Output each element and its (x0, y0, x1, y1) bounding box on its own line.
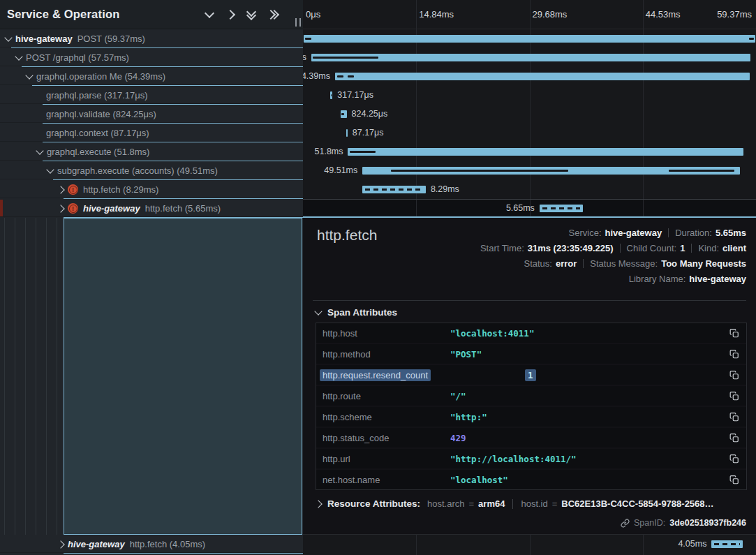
span-bar[interactable] (362, 167, 740, 175)
tree-controls (201, 6, 281, 23)
collapse-one-button[interactable] (201, 6, 218, 23)
span-row[interactable]: graphql.operation Me (54.39ms) (0, 67, 303, 86)
span-row[interactable]: graphql.context (87.17μs) (0, 124, 303, 142)
chevron-right-icon (225, 9, 235, 19)
duration-label: 5.65ms (506, 203, 535, 213)
span-label: graphql.parse (317.17μs) (46, 90, 148, 101)
span-row[interactable]: http.fetch (8.29ms) (0, 180, 303, 199)
attribute-value: 429 (450, 433, 720, 443)
span-row[interactable]: graphql.validate (824.25μs) (0, 105, 303, 124)
span-detail-title: http.fetch (317, 227, 377, 244)
attribute-key: net.host.name (323, 475, 450, 485)
span-row[interactable]: graphql.parse (317.17μs) (0, 86, 303, 105)
meta-value: client (722, 243, 746, 253)
span-bar[interactable] (348, 148, 743, 156)
span-row[interactable]: graphql.execute (51.8ms) (0, 142, 303, 161)
attribute-row[interactable]: http.url"http://localhost:4011/" (316, 449, 746, 468)
span-bar[interactable] (362, 186, 426, 193)
chevron-right-icon[interactable] (57, 186, 64, 193)
span-label: graphql.context (87.17μs) (46, 128, 149, 138)
duration-label: 49.51ms (324, 165, 357, 175)
indent-guide (15, 218, 15, 535)
span-bar[interactable] (304, 35, 756, 43)
timeline-row (303, 29, 756, 48)
timeline-row: 4.05ms (303, 535, 756, 554)
attribute-row[interactable]: http.method"POST" (316, 344, 746, 364)
indent-guide (25, 218, 26, 535)
span-row[interactable]: hive-gatewayPOST (59.37ms) (0, 29, 303, 48)
copy-icon[interactable] (725, 433, 739, 443)
meta-line: Status:errorStatus Message:Too Many Requ… (524, 257, 747, 270)
resource-value: BC62E13B-C4CC-5854-9788-2568… (561, 498, 713, 509)
span-meta: Service:hive-gatewayDuration:5.65msStart… (480, 226, 746, 286)
span-row[interactable]: hive-gatewayhttp.fetch (5.65ms) (0, 199, 303, 218)
detail-divider (313, 300, 746, 301)
copy-icon[interactable] (725, 391, 739, 401)
span-bar[interactable] (711, 540, 742, 548)
copy-icon[interactable] (725, 475, 739, 485)
span-row[interactable]: POST /graphql (57.57ms) (0, 48, 303, 67)
span-bar[interactable] (311, 54, 750, 61)
copy-icon[interactable] (725, 412, 739, 422)
trace-viewer: 0μs 14.84ms 29.68ms 44.53ms 59.37ms 57.5… (0, 0, 756, 555)
link-icon[interactable] (621, 519, 630, 528)
span-bar[interactable] (346, 129, 348, 137)
meta-value: error (556, 258, 577, 269)
meta-label: Child Count: (627, 243, 677, 253)
chevron-right-icon[interactable] (57, 540, 64, 548)
meta-label: Duration: (675, 228, 712, 238)
span-row[interactable]: hive-gatewayhttp.fetch (4.05ms) (0, 535, 303, 554)
attribute-row[interactable]: http.host"localhost:4011" (316, 323, 746, 343)
span-row[interactable]: subgraph.execute (accounts) (49.51ms) (0, 161, 303, 180)
chevron-down-icon[interactable] (4, 34, 12, 41)
timeline-row: 317.17μs (303, 86, 756, 105)
expand-one-button[interactable] (222, 6, 239, 23)
attribute-row[interactable]: net.host.name"localhost" (316, 470, 746, 489)
span-label: http.fetch (5.65ms) (145, 203, 221, 214)
chevron-down-icon[interactable] (46, 165, 54, 173)
duration-label: 8.29ms (431, 184, 459, 194)
timeline-row: 5.65ms (303, 199, 756, 218)
chevron-right-icon (316, 500, 323, 508)
panel-resize-handle[interactable] (295, 18, 301, 27)
duration-label: 4.05ms (678, 539, 706, 549)
meta-value: 31ms (23:35:49.225) (528, 243, 614, 253)
chevron-down-icon[interactable] (25, 71, 33, 79)
span-bar[interactable] (341, 110, 347, 118)
timeline-row: 51.8ms (303, 142, 756, 161)
attribute-value: "/" (450, 391, 720, 401)
copy-icon[interactable] (725, 370, 739, 380)
copy-icon[interactable] (725, 328, 739, 339)
chevron-down-icon[interactable] (15, 52, 22, 60)
meta-line: Library Name:hive-gateway (629, 272, 746, 286)
span-detail-panel: http.fetch Service:hive-gatewayDuration:… (303, 218, 756, 535)
attribute-key: http.request.resend_count (320, 369, 431, 381)
resource-attributes-row[interactable]: Resource Attributes: host.arch=arm64host… (316, 498, 747, 509)
meta-label: Kind: (698, 243, 719, 253)
attribute-value: "localhost" (450, 475, 720, 485)
chevron-down-icon[interactable] (36, 147, 43, 154)
collapse-all-button[interactable] (243, 6, 260, 23)
span-attributes-header[interactable]: Span Attributes (316, 307, 397, 318)
attribute-row[interactable]: http.status_code429 (316, 428, 746, 447)
attribute-row[interactable]: http.request.resend_count1 (316, 365, 746, 385)
chevron-right-icon[interactable] (57, 205, 64, 212)
spanid-value: 3de02518937fb246 (669, 518, 746, 528)
error-icon (68, 184, 78, 195)
attribute-row[interactable]: http.route"/" (316, 386, 746, 406)
expand-all-button[interactable] (264, 6, 281, 23)
attribute-value: "localhost:4011" (450, 328, 720, 339)
copy-icon[interactable] (725, 454, 739, 464)
copy-icon[interactable] (725, 349, 739, 360)
span-bar[interactable] (335, 73, 750, 80)
duration-label: 87.17μs (353, 128, 384, 138)
span-bar[interactable] (540, 205, 583, 212)
indent-guide (46, 218, 47, 535)
span-bar[interactable] (330, 91, 332, 99)
meta-line: Start Time:31ms (23:35:49.225)Child Coun… (480, 242, 746, 255)
duration-label: 54.39ms (303, 71, 330, 81)
error-row-marker (0, 200, 3, 216)
attribute-row[interactable]: http.scheme"http:" (316, 407, 746, 427)
span-label: graphql.operation Me (54.39ms) (36, 71, 165, 82)
timeline-row: 49.51ms (303, 161, 756, 180)
